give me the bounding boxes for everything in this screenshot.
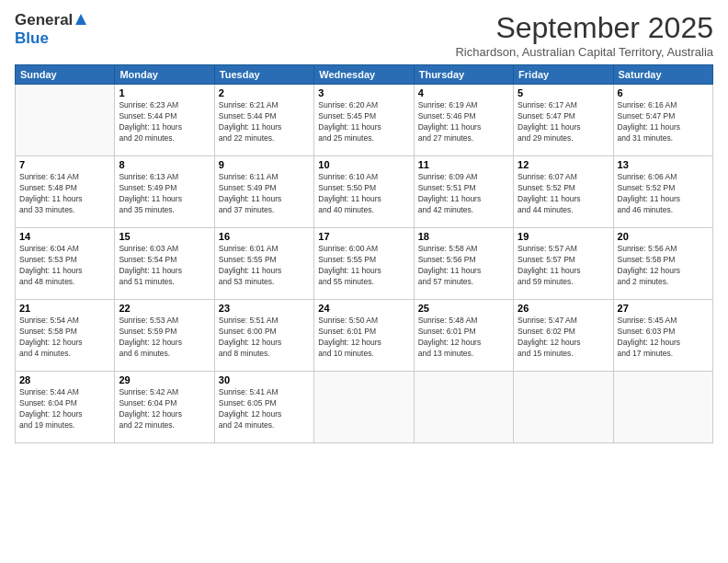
calendar-cell: 21Sunrise: 5:54 AM Sunset: 5:58 PM Dayli… xyxy=(16,300,115,372)
logo-triangle-icon xyxy=(74,13,87,26)
calendar-cell: 10Sunrise: 6:10 AM Sunset: 5:50 PM Dayli… xyxy=(314,156,414,228)
day-info: Sunrise: 5:50 AM Sunset: 6:01 PM Dayligh… xyxy=(318,316,409,360)
day-number: 18 xyxy=(418,231,509,242)
day-info: Sunrise: 6:14 AM Sunset: 5:48 PM Dayligh… xyxy=(19,172,110,216)
day-number: 26 xyxy=(518,303,609,314)
logo: General Blue xyxy=(15,11,87,48)
calendar-cell: 5Sunrise: 6:17 AM Sunset: 5:47 PM Daylig… xyxy=(514,85,613,156)
day-info: Sunrise: 5:45 AM Sunset: 6:03 PM Dayligh… xyxy=(618,316,709,360)
day-info: Sunrise: 6:01 AM Sunset: 5:55 PM Dayligh… xyxy=(219,244,310,288)
calendar-cell: 8Sunrise: 6:13 AM Sunset: 5:49 PM Daylig… xyxy=(115,156,214,228)
calendar-cell: 15Sunrise: 6:03 AM Sunset: 5:54 PM Dayli… xyxy=(115,228,214,300)
logo-wrapper: General xyxy=(15,11,87,29)
weekday-header-friday: Friday xyxy=(514,65,613,85)
day-number: 20 xyxy=(618,231,709,242)
calendar-cell xyxy=(514,372,613,443)
subtitle: Richardson, Australian Capital Territory… xyxy=(455,45,713,59)
day-number: 23 xyxy=(219,303,310,314)
day-info: Sunrise: 5:56 AM Sunset: 5:58 PM Dayligh… xyxy=(618,244,709,288)
day-number: 19 xyxy=(518,231,609,242)
calendar-cell: 7Sunrise: 6:14 AM Sunset: 5:48 PM Daylig… xyxy=(16,156,115,228)
calendar-cell: 23Sunrise: 5:51 AM Sunset: 6:00 PM Dayli… xyxy=(214,300,313,372)
day-number: 4 xyxy=(418,87,509,98)
calendar-cell: 19Sunrise: 5:57 AM Sunset: 5:57 PM Dayli… xyxy=(514,228,613,300)
calendar-cell: 11Sunrise: 6:09 AM Sunset: 5:51 PM Dayli… xyxy=(414,156,513,228)
calendar-cell: 27Sunrise: 5:45 AM Sunset: 6:03 PM Dayli… xyxy=(613,300,712,372)
day-info: Sunrise: 6:23 AM Sunset: 5:44 PM Dayligh… xyxy=(119,100,210,144)
calendar-cell: 6Sunrise: 6:16 AM Sunset: 5:47 PM Daylig… xyxy=(613,85,712,156)
day-info: Sunrise: 6:07 AM Sunset: 5:52 PM Dayligh… xyxy=(518,172,609,216)
header: General Blue September 2025 Richardson, … xyxy=(15,11,713,59)
day-info: Sunrise: 5:41 AM Sunset: 6:05 PM Dayligh… xyxy=(219,387,310,431)
week-row-1: 1Sunrise: 6:23 AM Sunset: 5:44 PM Daylig… xyxy=(16,85,713,156)
weekday-header-tuesday: Tuesday xyxy=(214,65,313,85)
day-number: 3 xyxy=(318,87,409,98)
day-info: Sunrise: 5:51 AM Sunset: 6:00 PM Dayligh… xyxy=(219,316,310,360)
day-number: 25 xyxy=(418,303,509,314)
title-block: September 2025 Richardson, Australian Ca… xyxy=(455,11,713,59)
calendar-cell: 14Sunrise: 6:04 AM Sunset: 5:53 PM Dayli… xyxy=(16,228,115,300)
day-info: Sunrise: 5:57 AM Sunset: 5:57 PM Dayligh… xyxy=(518,244,609,288)
calendar-cell: 13Sunrise: 6:06 AM Sunset: 5:52 PM Dayli… xyxy=(613,156,712,228)
day-info: Sunrise: 5:48 AM Sunset: 6:01 PM Dayligh… xyxy=(418,316,509,360)
calendar-cell: 17Sunrise: 6:00 AM Sunset: 5:55 PM Dayli… xyxy=(314,228,414,300)
calendar-cell: 20Sunrise: 5:56 AM Sunset: 5:58 PM Dayli… xyxy=(613,228,712,300)
week-row-2: 7Sunrise: 6:14 AM Sunset: 5:48 PM Daylig… xyxy=(16,156,713,228)
calendar-cell: 3Sunrise: 6:20 AM Sunset: 5:45 PM Daylig… xyxy=(314,85,414,156)
calendar-cell: 30Sunrise: 5:41 AM Sunset: 6:05 PM Dayli… xyxy=(214,372,313,443)
day-info: Sunrise: 6:03 AM Sunset: 5:54 PM Dayligh… xyxy=(119,244,210,288)
weekday-header-thursday: Thursday xyxy=(414,65,513,85)
weekday-header-sunday: Sunday xyxy=(16,65,115,85)
week-row-3: 14Sunrise: 6:04 AM Sunset: 5:53 PM Dayli… xyxy=(16,228,713,300)
calendar-table: SundayMondayTuesdayWednesdayThursdayFrid… xyxy=(15,64,713,443)
day-number: 9 xyxy=(219,159,310,170)
day-info: Sunrise: 5:58 AM Sunset: 5:56 PM Dayligh… xyxy=(418,244,509,288)
day-number: 15 xyxy=(119,231,210,242)
day-info: Sunrise: 5:53 AM Sunset: 5:59 PM Dayligh… xyxy=(119,316,210,360)
day-number: 8 xyxy=(119,159,210,170)
month-title: September 2025 xyxy=(455,11,713,45)
calendar-cell: 22Sunrise: 5:53 AM Sunset: 5:59 PM Dayli… xyxy=(115,300,214,372)
logo-general: General xyxy=(15,11,73,29)
day-number: 13 xyxy=(618,159,709,170)
calendar-cell: 1Sunrise: 6:23 AM Sunset: 5:44 PM Daylig… xyxy=(115,85,214,156)
calendar-cell: 18Sunrise: 5:58 AM Sunset: 5:56 PM Dayli… xyxy=(414,228,513,300)
day-number: 28 xyxy=(19,374,110,385)
calendar-cell xyxy=(414,372,513,443)
calendar-cell: 4Sunrise: 6:19 AM Sunset: 5:46 PM Daylig… xyxy=(414,85,513,156)
day-number: 30 xyxy=(219,374,310,385)
day-number: 21 xyxy=(19,303,110,314)
day-number: 2 xyxy=(219,87,310,98)
calendar-cell: 25Sunrise: 5:48 AM Sunset: 6:01 PM Dayli… xyxy=(414,300,513,372)
calendar-cell: 16Sunrise: 6:01 AM Sunset: 5:55 PM Dayli… xyxy=(214,228,313,300)
calendar-cell: 9Sunrise: 6:11 AM Sunset: 5:49 PM Daylig… xyxy=(214,156,313,228)
day-info: Sunrise: 6:06 AM Sunset: 5:52 PM Dayligh… xyxy=(618,172,709,216)
weekday-header-monday: Monday xyxy=(115,65,214,85)
weekday-header-row: SundayMondayTuesdayWednesdayThursdayFrid… xyxy=(16,65,713,85)
day-number: 12 xyxy=(518,159,609,170)
calendar-cell: 26Sunrise: 5:47 AM Sunset: 6:02 PM Dayli… xyxy=(514,300,613,372)
day-info: Sunrise: 6:21 AM Sunset: 5:44 PM Dayligh… xyxy=(219,100,310,144)
day-number: 5 xyxy=(518,87,609,98)
logo-blue: Blue xyxy=(15,29,49,47)
day-number: 17 xyxy=(318,231,409,242)
page: General Blue September 2025 Richardson, … xyxy=(0,0,728,451)
day-number: 22 xyxy=(119,303,210,314)
day-info: Sunrise: 6:16 AM Sunset: 5:47 PM Dayligh… xyxy=(618,100,709,144)
day-number: 27 xyxy=(618,303,709,314)
day-info: Sunrise: 6:13 AM Sunset: 5:49 PM Dayligh… xyxy=(119,172,210,216)
day-info: Sunrise: 6:17 AM Sunset: 5:47 PM Dayligh… xyxy=(518,100,609,144)
day-number: 7 xyxy=(19,159,110,170)
day-info: Sunrise: 6:00 AM Sunset: 5:55 PM Dayligh… xyxy=(318,244,409,288)
day-info: Sunrise: 5:47 AM Sunset: 6:02 PM Dayligh… xyxy=(518,316,609,360)
day-number: 10 xyxy=(318,159,409,170)
week-row-4: 21Sunrise: 5:54 AM Sunset: 5:58 PM Dayli… xyxy=(16,300,713,372)
calendar-cell xyxy=(16,85,115,156)
day-info: Sunrise: 6:04 AM Sunset: 5:53 PM Dayligh… xyxy=(19,244,110,288)
calendar-cell: 2Sunrise: 6:21 AM Sunset: 5:44 PM Daylig… xyxy=(214,85,313,156)
day-number: 16 xyxy=(219,231,310,242)
day-info: Sunrise: 5:42 AM Sunset: 6:04 PM Dayligh… xyxy=(119,387,210,431)
day-number: 6 xyxy=(618,87,709,98)
day-info: Sunrise: 6:20 AM Sunset: 5:45 PM Dayligh… xyxy=(318,100,409,144)
day-number: 1 xyxy=(119,87,210,98)
